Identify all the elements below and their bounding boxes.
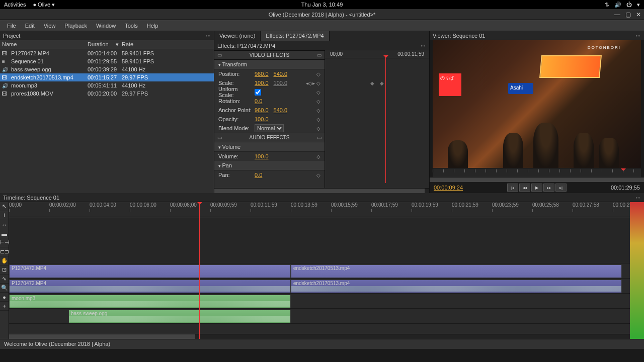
app-menu[interactable]: ● Olive ▾	[33, 2, 55, 8]
audio-track-2[interactable]: moon.mp3	[9, 295, 630, 309]
project-item[interactable]: 🎞prores1080.MOV00:00:20;0029.97 FPS	[0, 89, 214, 98]
slide-tool-icon[interactable]: ⊏⊐	[0, 247, 9, 256]
clip-audio[interactable]: moon.mp3	[9, 295, 291, 308]
clip-video[interactable]: endsketch20170513.mp4	[291, 264, 622, 278]
add-video-fx-icon[interactable]: ▭	[317, 52, 321, 58]
tab-effects[interactable]: Effects: P1270472.MP4	[261, 31, 329, 41]
audio-track-3[interactable]: bass sweep.ogg	[9, 310, 630, 324]
project-item[interactable]: 🎞endsketch20170513.mp400:01:15;2729.97 F…	[0, 73, 214, 81]
ripple-tool-icon[interactable]: ↔	[0, 220, 9, 229]
keyframe-icon[interactable]: ◇	[316, 108, 320, 113]
timeline-scrollbar[interactable]	[9, 334, 630, 339]
project-item[interactable]: 🎞P1270472.MP400:00:14;0059.9401 FPS	[0, 49, 214, 57]
col-name[interactable]: Name	[2, 41, 88, 48]
maximize-button[interactable]: ▢	[625, 11, 631, 18]
power-icon[interactable]: ⏻	[626, 2, 632, 8]
anchor-y[interactable]: 540.0	[274, 107, 288, 113]
opacity-value[interactable]: 100.0	[255, 116, 269, 122]
keyframe-icon[interactable]: ◇	[316, 117, 320, 122]
zoom-tool-icon[interactable]: 🔍	[0, 284, 9, 293]
record-icon[interactable]: ●	[0, 293, 9, 302]
anchor-x[interactable]: 960.0	[255, 107, 269, 113]
window-title: Olive (December 2018 | Alpha) - <untitle…	[269, 12, 376, 18]
video-track-1[interactable]: P1270472.MP4 endsketch20170513.mp4	[9, 264, 630, 279]
panel-controls-icon[interactable]: ▫▫	[421, 43, 426, 48]
clip-video[interactable]: P1270472.MP4	[9, 264, 291, 278]
step-back-button[interactable]: ◂◂	[519, 184, 530, 192]
audio-track-1[interactable]: P1270472.MP4 endsketch20170513.mp4	[9, 280, 630, 294]
fx-menu-icon[interactable]: ▭	[217, 52, 222, 58]
panel-controls-icon[interactable]: ▫▫	[206, 33, 211, 38]
position-y[interactable]: 540.0	[274, 71, 288, 77]
menu-help[interactable]: Help	[143, 22, 163, 30]
menu-file[interactable]: File	[3, 22, 20, 30]
clip-audio[interactable]: bass sweep.ogg	[68, 310, 291, 323]
tracks-area[interactable]: 00;0000:00:02;0000:00:04;0000:00:06;0000…	[9, 202, 630, 339]
edit-tool-icon[interactable]: Ｉ	[0, 211, 9, 220]
volume-icon[interactable]: 🔊	[614, 2, 621, 8]
timeline-playhead[interactable]	[199, 202, 200, 339]
blend-mode-select[interactable]: Normal	[255, 124, 284, 132]
project-item[interactable]: 🔊bass sweep.ogg00:00:39:2944100 Hz	[0, 65, 214, 73]
clip-audio[interactable]: endsketch20170513.mp4	[291, 280, 622, 293]
volume-group[interactable]: Volume	[214, 142, 325, 152]
go-start-button[interactable]: |◂	[507, 184, 518, 192]
go-end-button[interactable]: ▸|	[555, 184, 567, 192]
tab-viewer-none[interactable]: Viewer: (none)	[214, 31, 261, 41]
add-audio-fx-icon[interactable]: ▭	[317, 135, 321, 140]
col-rate[interactable]: Rate	[122, 41, 212, 48]
scale-x[interactable]: 100.0	[255, 80, 269, 86]
rotation-value[interactable]: 0.0	[255, 98, 262, 104]
time-ruler[interactable]: 00;0000:00:02;0000:00:04;0000:00:06;0000…	[9, 202, 630, 217]
effects-playhead[interactable]	[385, 57, 386, 183]
activities-button[interactable]: Activities	[4, 2, 26, 8]
viewer-timecode[interactable]: 00:00:09;24	[434, 185, 463, 191]
menu-edit[interactable]: Edit	[21, 22, 39, 30]
keyframe-icon[interactable]: ◇	[316, 172, 320, 178]
razor-tool-icon[interactable]: ▬	[0, 229, 9, 238]
keyframe-icon[interactable]: ◇	[316, 154, 320, 159]
project-item[interactable]: 🔊moon.mp300:05:41:1144100 Hz	[0, 81, 214, 89]
add-track-icon[interactable]: ＋	[0, 302, 9, 311]
step-forward-button[interactable]: ▸▸	[543, 184, 554, 192]
menu-playback[interactable]: Playback	[60, 22, 91, 30]
menu-tools[interactable]: Tools	[121, 22, 142, 30]
fx-menu-icon[interactable]: ▭	[217, 135, 222, 140]
viewer-playhead[interactable]	[621, 168, 626, 173]
position-x[interactable]: 960.0	[255, 71, 269, 77]
pan-group[interactable]: Pan	[214, 161, 325, 170]
transform-group[interactable]: Transform	[214, 60, 325, 69]
transition-tool-icon[interactable]: ⊡	[0, 265, 9, 275]
network-icon[interactable]: ⇅	[605, 2, 609, 8]
play-button[interactable]: ▶	[531, 184, 542, 192]
pan-value[interactable]: 0.0	[255, 172, 262, 178]
keyframe-diamond-icon[interactable]: ◆ ◆	[370, 80, 384, 86]
clip-audio[interactable]: P1270472.MP4	[9, 280, 291, 293]
viewer-scrollbar[interactable]	[430, 177, 644, 182]
volume-value[interactable]: 100.0	[255, 153, 269, 159]
slip-tool-icon[interactable]: ⊢⊣	[0, 238, 9, 247]
system-menu-icon[interactable]: ▾	[637, 2, 640, 8]
panel-controls-icon[interactable]: ▫▫	[636, 195, 641, 200]
project-list[interactable]: 🎞P1270472.MP400:00:14;0059.9401 FPS≡Sequ…	[0, 49, 214, 193]
keyframe-nav-icon[interactable]: ◂◇▸ ◇	[306, 80, 320, 86]
hand-tool-icon[interactable]: ✋	[0, 256, 9, 265]
minimize-button[interactable]: —	[614, 11, 620, 18]
menu-window[interactable]: Window	[92, 22, 120, 30]
viewer-ruler[interactable]	[433, 168, 641, 177]
keyframe-icon[interactable]: ◇	[316, 99, 320, 104]
keyframe-icon[interactable]: ◇	[316, 89, 320, 95]
close-button[interactable]: ✕	[636, 11, 641, 18]
uniform-scale-checkbox[interactable]	[255, 89, 261, 96]
panel-controls-icon[interactable]: ▫▫	[636, 33, 641, 38]
pointer-tool-icon[interactable]: ↖	[0, 202, 9, 211]
keyframe-area[interactable]: 00;0000:00:11;59 ◆ ◆	[325, 50, 429, 188]
viewer-preview[interactable]: DOTONBORI Asahi のりば	[433, 40, 641, 168]
effects-scrollbar[interactable]	[214, 188, 429, 193]
menu-view[interactable]: View	[40, 22, 60, 30]
keyframe-icon[interactable]: ◇	[316, 126, 320, 131]
col-duration[interactable]: ▾Duration	[88, 41, 122, 48]
project-item[interactable]: ≡Sequence 0100:01:29;5559.9401 FPS	[0, 57, 214, 65]
keyframe-icon[interactable]: ◇	[316, 71, 320, 77]
snap-icon[interactable]: ∿	[0, 275, 9, 284]
